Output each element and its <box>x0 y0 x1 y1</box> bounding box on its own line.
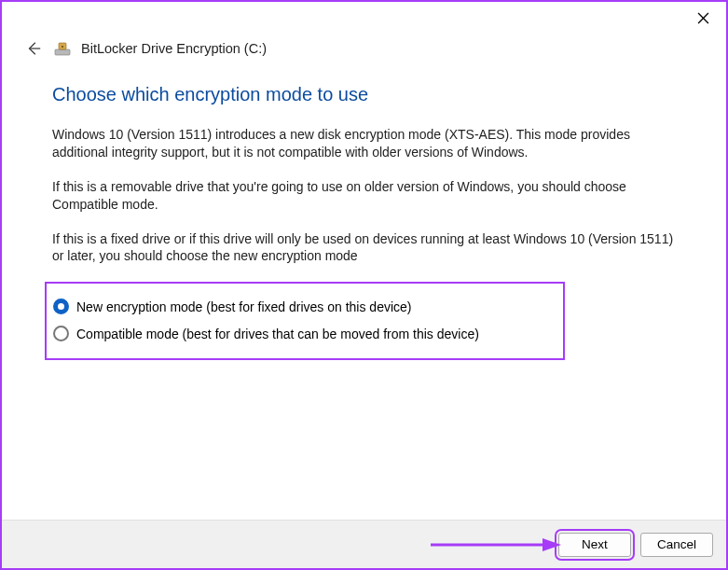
back-button[interactable] <box>25 40 42 57</box>
description-paragraph-3: If this is a fixed drive or if this driv… <box>52 230 676 266</box>
radio-compatible-mode[interactable]: Compatible mode (best for drives that ca… <box>49 320 550 347</box>
radio-label: Compatible mode (best for drives that ca… <box>76 327 479 341</box>
cancel-button[interactable]: Cancel <box>640 533 713 557</box>
svg-rect-3 <box>55 49 70 55</box>
drive-lock-icon <box>53 39 72 58</box>
description-paragraph-1: Windows 10 (Version 1511) introduces a n… <box>52 126 676 161</box>
radio-selected-icon <box>53 299 69 314</box>
description-paragraph-2: If this is a removable drive that you're… <box>52 178 676 214</box>
radio-label: New encryption mode (best for fixed driv… <box>76 299 412 314</box>
radio-unselected-icon <box>53 326 69 341</box>
page-heading: Choose which encryption mode to use <box>52 84 676 105</box>
close-icon <box>697 12 709 24</box>
radio-new-encryption-mode[interactable]: New encryption mode (best for fixed driv… <box>49 293 550 320</box>
next-button[interactable]: Next <box>558 533 631 557</box>
svg-point-5 <box>62 46 63 48</box>
wizard-footer: Next Cancel <box>2 520 726 568</box>
bitlocker-wizard-window: BitLocker Drive Encryption (C:) Choose w… <box>0 0 728 570</box>
wizard-title: BitLocker Drive Encryption (C:) <box>81 41 267 56</box>
wizard-content: Choose which encryption mode to use Wind… <box>2 58 726 520</box>
close-button[interactable] <box>693 7 713 28</box>
wizard-header: BitLocker Drive Encryption (C:) <box>2 2 726 58</box>
annotation-arrow-icon <box>431 535 561 554</box>
back-arrow-icon <box>25 40 42 57</box>
encryption-mode-options: New encryption mode (best for fixed driv… <box>45 282 565 360</box>
